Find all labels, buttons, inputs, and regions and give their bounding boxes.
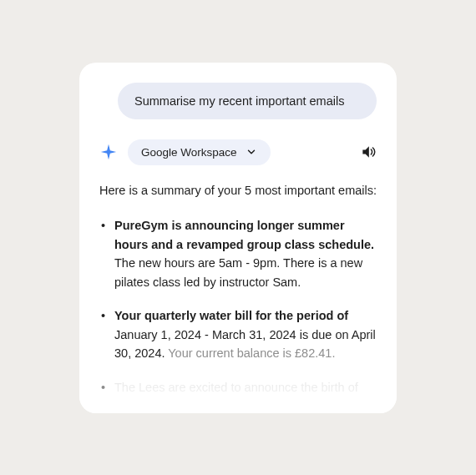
speaker-icon[interactable] [360,144,377,160]
response-toolbar: Google Workspace [99,139,377,165]
workspace-chip[interactable]: Google Workspace [128,139,271,165]
response-intro: Here is a summary of your 5 most importa… [99,182,377,200]
email-gray-text: Your current balance is £82.41. [165,346,335,360]
workspace-chip-label: Google Workspace [141,146,237,159]
email-summary-list: PureGym is announcing longer summer hour… [99,216,377,397]
user-prompt-bubble: Summarise my recent important emails [118,83,377,119]
email-rest-text: The new hours are 5am - 9pm. There is a … [114,256,362,288]
chevron-down-icon [246,146,257,158]
sparkle-icon [99,143,118,161]
list-item: PureGym is announcing longer summer hour… [99,216,377,291]
assistant-card: Summarise my recent important emails Goo… [79,63,397,413]
email-bold-text: PureGym is announcing longer summer hour… [114,219,374,250]
email-bold-text: Your quarterly water bill for the period… [114,309,348,322]
email-faded-text: The Lees are excited to announce the bir… [114,381,358,394]
list-item: The Lees are excited to announce the bir… [99,378,377,397]
list-item: Your quarterly water bill for the period… [99,306,377,362]
prompt-text: Summarise my recent important emails [134,94,344,108]
